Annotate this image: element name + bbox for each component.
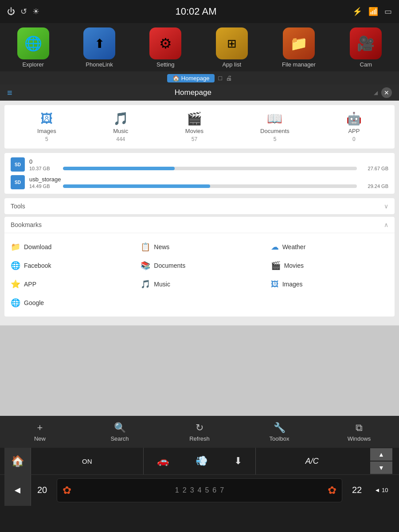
- app-phonelink-label: PhoneLink: [86, 61, 113, 68]
- ac-section: A/C: [256, 448, 368, 474]
- fan-num-3: 3: [190, 486, 194, 494]
- stat-images[interactable]: 🖼 Images 5: [37, 111, 56, 142]
- storage-bar-fill-1: [63, 184, 210, 188]
- images-bm-icon: 🖼: [271, 280, 279, 289]
- app-stat-count: 0: [352, 136, 356, 142]
- close-button[interactable]: ✕: [381, 87, 392, 98]
- car-controls-top: 🏠 ON 🚗 💨 ⬇ A/C ▲ ▼: [0, 448, 399, 474]
- bookmarks-chevron-icon: ∧: [384, 221, 388, 228]
- storage-bar-bg-1: [63, 184, 357, 188]
- wifi-icon: 📶: [368, 7, 378, 16]
- bookmark-news[interactable]: 📋 News: [134, 238, 264, 256]
- app-phonelink[interactable]: ⬆ PhoneLink: [83, 27, 115, 68]
- search-icon: 🔍: [114, 422, 126, 434]
- bookmarks-header[interactable]: Bookmarks ∧: [4, 217, 395, 233]
- bookmark-documents-label: Documents: [154, 262, 185, 269]
- bookmark-weather-label: Weather: [282, 243, 306, 250]
- bookmark-app[interactable]: ⭐ APP: [4, 275, 134, 293]
- app-applist[interactable]: ⊞ App list: [216, 27, 248, 68]
- temp-left: 20: [31, 485, 53, 495]
- app-explorer-label: Explorer: [22, 61, 43, 68]
- stat-music[interactable]: 🎵 Music 444: [113, 111, 129, 142]
- storage-item-1: SD usb_storage 14.49 GB 29.24 GB: [11, 175, 388, 189]
- clock: 10:02 AM: [176, 6, 217, 17]
- homepage-title: Homepage: [175, 88, 211, 97]
- bookmarks-card: Bookmarks ∧ 📁 Download 📋 News ☁ Weather …: [4, 217, 395, 317]
- search-label: Search: [110, 435, 129, 442]
- storage-info-0: 0 10.37 GB 27.67 GB: [29, 158, 388, 171]
- news-icon: 📋: [141, 242, 150, 252]
- bookmark-movies-label: Movies: [284, 262, 304, 269]
- restart-icon[interactable]: ↺: [20, 7, 27, 16]
- ac-label: A/C: [305, 457, 319, 466]
- bookmark-app-label: APP: [24, 281, 36, 288]
- tab-print-icon[interactable]: 🖨: [226, 74, 232, 82]
- bookmark-google[interactable]: 🌐 Google: [4, 293, 134, 312]
- refresh-button[interactable]: ↻ Refresh: [160, 422, 239, 442]
- app-setting-label: Setting: [156, 61, 174, 68]
- music-icon: 🎵: [113, 111, 129, 126]
- bookmark-movies[interactable]: 🎬 Movies: [265, 256, 395, 275]
- status-right-icons: ⚡ 📶 ▭: [352, 7, 392, 16]
- volume-up-button[interactable]: ▲: [370, 448, 392, 461]
- refresh-icon: ↻: [196, 422, 203, 434]
- sd-icon-0: SD: [11, 157, 25, 172]
- app-explorer[interactable]: 🌐 Explorer: [17, 27, 49, 68]
- windows-icon: ⧉: [356, 422, 363, 434]
- stat-documents[interactable]: 📖 Documents 5: [260, 111, 289, 142]
- tab-homepage[interactable]: 🏠 Homepage: [167, 74, 215, 82]
- fan-num-1: 1: [175, 486, 179, 494]
- tools-section[interactable]: Tools ∨: [4, 198, 395, 214]
- new-button[interactable]: + New: [0, 422, 80, 442]
- bookmark-news-label: News: [154, 243, 169, 250]
- filemanager-icon: 📁: [283, 27, 315, 59]
- stat-movies[interactable]: 🎬 Movies 57: [185, 111, 203, 142]
- bookmark-images[interactable]: 🖼 Images: [265, 275, 395, 293]
- app-setting[interactable]: ⚙ Setting: [149, 27, 181, 68]
- bookmark-weather[interactable]: ☁ Weather: [265, 238, 395, 256]
- wiper-icon[interactable]: ⬇: [234, 455, 242, 467]
- documents-label: Documents: [260, 128, 289, 134]
- fan-num-5: 5: [205, 486, 209, 494]
- storage-name-0: 0: [29, 158, 388, 165]
- menu-icon[interactable]: ≡: [7, 88, 12, 98]
- tools-label: Tools: [11, 203, 25, 210]
- fan-right-icon: ✿: [328, 484, 336, 497]
- home-button[interactable]: 🏠: [4, 448, 31, 474]
- storage-info-1: usb_storage 14.49 GB 29.24 GB: [29, 176, 388, 189]
- car-icons-section: 🚗 💨 ⬇: [144, 448, 256, 474]
- music-count: 444: [116, 136, 125, 142]
- back-button[interactable]: ◄: [4, 475, 31, 506]
- tab-bar: 🏠 Homepage □ 🖨: [0, 71, 399, 85]
- usb-icon: ⚡: [352, 7, 362, 16]
- app-filemanager[interactable]: 📁 File manager: [282, 27, 316, 68]
- new-icon: +: [37, 422, 43, 434]
- power-icon[interactable]: ⏻: [7, 7, 15, 16]
- main-content: 🖼 Images 5 🎵 Music 444 🎬 Movies 57 📖 Doc…: [0, 101, 399, 325]
- fan-body-icon[interactable]: 💨: [196, 455, 207, 467]
- bookmark-documents[interactable]: 📚 Documents: [134, 256, 264, 275]
- google-icon: 🌐: [11, 298, 20, 308]
- bookmark-music-label: Music: [154, 281, 170, 288]
- fan-num-2: 2: [183, 486, 187, 494]
- windows-label: Windows: [348, 435, 371, 442]
- car-front-icon[interactable]: 🚗: [157, 455, 169, 467]
- bookmark-facebook[interactable]: 🌐 Facebook: [4, 256, 134, 275]
- brightness-icon[interactable]: ☀: [32, 7, 39, 16]
- toolbox-button[interactable]: 🔧 Toolbox: [239, 422, 319, 442]
- volume-display: ◄ 10: [375, 487, 388, 493]
- bookmark-music[interactable]: 🎵 Music: [134, 275, 264, 293]
- volume-down-button[interactable]: ▼: [370, 462, 392, 474]
- search-button[interactable]: 🔍 Search: [80, 422, 160, 442]
- app-cam[interactable]: 🎥 Cam: [350, 27, 382, 68]
- bookmark-download[interactable]: 📁 Download: [4, 238, 134, 256]
- tab-window-icon[interactable]: □: [218, 74, 222, 82]
- stat-app[interactable]: 🤖 APP 0: [346, 111, 362, 142]
- bookmark-images-label: Images: [282, 281, 303, 288]
- tools-chevron-icon: ∨: [384, 203, 388, 210]
- windows-button[interactable]: ⧉ Windows: [319, 422, 399, 442]
- file-stats-card: 🖼 Images 5 🎵 Music 444 🎬 Movies 57 📖 Doc…: [4, 105, 395, 149]
- music-label: Music: [113, 128, 128, 134]
- toolbox-label: Toolbox: [270, 435, 289, 442]
- phonelink-icon: ⬆: [83, 27, 115, 59]
